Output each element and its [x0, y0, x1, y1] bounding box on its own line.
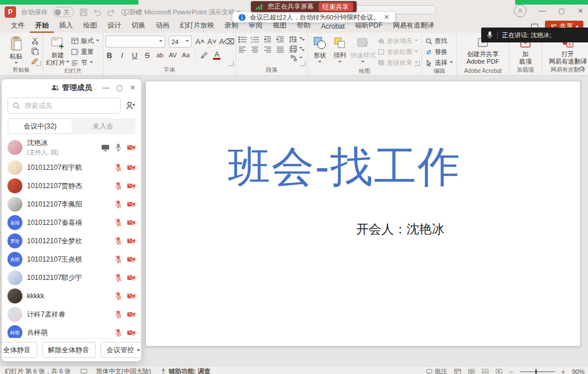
- tab-not-joined[interactable]: 未入会: [72, 119, 135, 133]
- underline-button[interactable]: U: [131, 51, 138, 60]
- tab-动画[interactable]: 动画: [150, 19, 175, 33]
- reading-view-icon[interactable]: [482, 369, 489, 374]
- zoom-in-icon[interactable]: +: [562, 368, 565, 374]
- font-name-combo[interactable]: [106, 36, 165, 48]
- panel-maximize-icon[interactable]: ▢: [117, 84, 123, 92]
- replace-button[interactable]: 替换: [425, 48, 453, 56]
- member-row[interactable]: 计科7孟祥睿: [2, 305, 141, 324]
- mute-all-button[interactable]: 全体静音: [2, 342, 37, 358]
- member-list[interactable]: 沈艳冰(主持人, 我)101012107程宇航101012107贾静杰10101…: [2, 134, 141, 338]
- tab-设计[interactable]: 设计: [102, 19, 126, 33]
- slide-canvas[interactable]: 班会-找工作 开会人：沈艳冰: [145, 81, 581, 346]
- undo-icon[interactable]: [93, 8, 102, 17]
- justify-icon[interactable]: [276, 46, 284, 53]
- panel-minimize-icon[interactable]: —: [103, 84, 110, 92]
- align-text-icon[interactable]: [291, 45, 303, 52]
- account-avatar-icon[interactable]: [514, 5, 527, 17]
- zoom-level[interactable]: 90%: [572, 368, 585, 374]
- member-row[interactable]: 梓萌吕梓萌: [2, 324, 141, 338]
- zoom-slider[interactable]: [520, 371, 555, 372]
- accessibility-status[interactable]: 辅助功能: 调查: [160, 367, 211, 374]
- close-button[interactable]: ✕: [578, 7, 583, 14]
- align-left-icon[interactable]: [238, 46, 246, 53]
- arrange-button[interactable]: 排列: [330, 34, 349, 64]
- bullet-list-icon[interactable]: [238, 36, 246, 43]
- tab-文件[interactable]: 文件: [6, 19, 30, 33]
- restore-button[interactable]: ▢: [559, 7, 565, 14]
- text-shadow-button[interactable]: ab: [156, 52, 164, 59]
- meeting-control-button[interactable]: 会议管控: [100, 342, 142, 358]
- tab-开始[interactable]: 开始: [30, 19, 54, 33]
- member-row[interactable]: 101012107耶少宇: [2, 268, 141, 287]
- language-indicator[interactable]: 简体中文(中国大陆): [96, 367, 151, 374]
- slide-sorter-view-icon[interactable]: [468, 369, 475, 374]
- start-slideshow-icon[interactable]: [121, 8, 130, 17]
- display-settings-icon[interactable]: [80, 369, 87, 374]
- toast-close-icon[interactable]: ✕: [384, 13, 389, 21]
- reset-button[interactable]: 重置: [71, 48, 99, 56]
- member-row[interactable]: 101012107程宇航: [2, 158, 141, 177]
- redo-icon[interactable]: [107, 8, 115, 17]
- bold-button[interactable]: B: [106, 51, 113, 60]
- slide-presenter-text[interactable]: 开会人：沈艳冰: [220, 221, 580, 238]
- find-button[interactable]: 查找: [425, 37, 453, 45]
- character-spacing-button[interactable]: AV: [169, 52, 177, 59]
- member-row[interactable]: 梦欣101012107全梦欣: [2, 232, 141, 250]
- paragraph-dialog-launcher-icon[interactable]: [300, 61, 305, 66]
- slideshow-view-icon[interactable]: [496, 369, 502, 374]
- member-row[interactable]: 101012107李佩阳: [2, 195, 141, 213]
- align-center-icon[interactable]: [251, 46, 259, 53]
- new-slide-button[interactable]: 新建 幻灯片: [45, 34, 70, 66]
- align-right-icon[interactable]: [264, 46, 272, 53]
- unmute-all-button[interactable]: 解除全体静音: [42, 342, 96, 358]
- member-search-box[interactable]: [7, 98, 121, 114]
- font-color-button[interactable]: A: [213, 50, 220, 60]
- member-search-input[interactable]: [24, 101, 115, 110]
- minimize-button[interactable]: —: [539, 7, 546, 14]
- shapes-button[interactable]: 形状: [310, 34, 330, 64]
- drawing-dialog-launcher-icon[interactable]: [415, 61, 420, 66]
- shrink-font-button[interactable]: A˅: [207, 37, 216, 46]
- tab-Acrobat[interactable]: Acrobat: [316, 21, 350, 33]
- layout-button[interactable]: 版式: [71, 37, 99, 45]
- tab-插入[interactable]: 插入: [54, 19, 78, 33]
- select-button[interactable]: 选择: [425, 59, 453, 67]
- grow-font-button[interactable]: A˄: [195, 37, 204, 46]
- cut-icon[interactable]: [31, 37, 39, 45]
- member-row[interactable]: 嘉禧101012107秦嘉禧: [2, 213, 141, 232]
- section-button[interactable]: 节: [71, 59, 99, 67]
- comments-toggle[interactable]: 批注: [426, 367, 447, 374]
- end-share-button[interactable]: 结束共享: [319, 2, 353, 11]
- slide-title-text[interactable]: 班会-找工作: [146, 139, 543, 196]
- tab-网易有道翻译[interactable]: 网易有道翻译: [388, 19, 439, 33]
- tab-in-meeting[interactable]: 会议中(32): [9, 119, 72, 133]
- save-icon[interactable]: [79, 8, 88, 17]
- panel-close-icon[interactable]: ✕: [130, 84, 136, 92]
- tab-幻灯片放映[interactable]: 幻灯片放映: [175, 19, 219, 33]
- copy-icon[interactable]: [31, 47, 39, 55]
- tab-切换[interactable]: 切换: [126, 19, 150, 33]
- strikethrough-button[interactable]: S: [144, 51, 151, 60]
- paste-button[interactable]: 粘贴: [2, 34, 30, 65]
- change-case-button[interactable]: Aa: [182, 52, 189, 59]
- member-row[interactable]: 101012107贾静杰: [2, 177, 141, 195]
- member-row[interactable]: 沈艳冰(主持人, 我): [2, 137, 141, 158]
- text-direction-icon[interactable]: [291, 36, 303, 42]
- text-highlight-button[interactable]: 🖉: [200, 51, 208, 60]
- autosave-toggle[interactable]: 关: [53, 7, 74, 17]
- panel-header[interactable]: 管理成员 — ▢ ✕: [2, 79, 141, 96]
- decrease-indent-icon[interactable]: [264, 36, 272, 43]
- member-row[interactable]: 炎棋101012107王炎棋: [2, 250, 141, 268]
- tab-绘图[interactable]: 绘图: [78, 19, 102, 33]
- normal-view-icon[interactable]: [454, 369, 461, 374]
- clear-formatting-button[interactable]: A⌫: [219, 37, 233, 46]
- add-member-icon[interactable]: [125, 100, 136, 111]
- member-row[interactable]: kkkkk: [2, 287, 141, 305]
- italic-button[interactable]: I: [118, 51, 126, 60]
- font-dialog-launcher-icon[interactable]: [229, 61, 234, 66]
- zoom-out-icon[interactable]: −: [509, 368, 513, 374]
- font-size-combo[interactable]: 24: [169, 36, 192, 48]
- increase-indent-icon[interactable]: [276, 36, 284, 43]
- numbered-list-icon[interactable]: [251, 36, 259, 43]
- clipboard-dialog-launcher-icon[interactable]: [36, 61, 41, 66]
